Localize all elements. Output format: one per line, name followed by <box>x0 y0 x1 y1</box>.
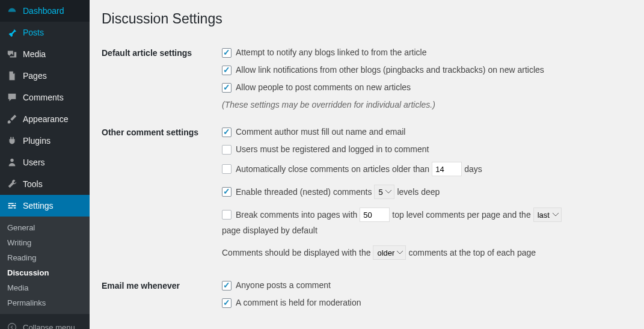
checkbox-require-name-email[interactable] <box>222 128 232 137</box>
opt-require-name-email[interactable]: Comment author must fill out name and em… <box>222 126 405 138</box>
section-heading-email: Email me whenever <box>102 272 222 321</box>
submenu-discussion[interactable]: Discussion <box>0 265 90 280</box>
brush-icon <box>6 113 18 125</box>
section-heading-default: Default article settings <box>102 39 222 118</box>
input-close-days[interactable] <box>432 162 462 176</box>
sidebar-item-appearance[interactable]: Appearance <box>0 108 90 130</box>
sidebar-item-label: Pages <box>23 71 47 81</box>
settings-submenu: General Writing Reading Discussion Media… <box>0 217 90 314</box>
sidebar-item-settings[interactable]: Settings <box>0 195 90 217</box>
checkbox-paginate[interactable] <box>222 210 232 220</box>
collapse-menu-button[interactable]: Collapse menu <box>0 316 90 329</box>
admin-sidebar: Dashboard Posts Media Pages Comments App… <box>0 0 90 329</box>
sidebar-item-dashboard[interactable]: Dashboard <box>0 0 90 22</box>
plug-icon <box>6 135 18 147</box>
svg-point-0 <box>10 159 13 162</box>
pin-icon <box>6 26 18 38</box>
sidebar-item-label: Tools <box>23 179 43 189</box>
sidebar-item-label: Dashboard <box>23 6 64 16</box>
sidebar-item-posts[interactable]: Posts <box>0 22 90 43</box>
select-comment-order[interactable]: older <box>373 245 406 260</box>
select-thread-depth[interactable]: 5 <box>374 185 394 199</box>
checkbox-require-registration[interactable] <box>222 145 232 155</box>
sidebar-item-label: Posts <box>23 28 44 37</box>
opt-auto-close[interactable]: Automatically close comments on articles… <box>222 163 429 176</box>
collapse-label: Collapse menu <box>23 323 75 330</box>
select-default-page[interactable]: last <box>533 208 562 222</box>
submenu-media[interactable]: Media <box>0 280 90 295</box>
checkbox-email-on-moderation[interactable] <box>222 298 232 308</box>
opt-notify-blogs[interactable]: Attempt to notify any blogs linked to fr… <box>222 46 427 59</box>
sidebar-item-plugins[interactable]: Plugins <box>0 130 90 152</box>
user-icon <box>6 156 18 168</box>
sidebar-item-users[interactable]: Users <box>0 152 90 173</box>
sidebar-item-label: Media <box>23 49 46 59</box>
sidebar-item-label: Users <box>23 158 45 167</box>
opt-allow-comments[interactable]: Allow people to post comments on new art… <box>222 81 411 94</box>
checkbox-allow-comments[interactable] <box>222 83 232 93</box>
sidebar-item-media[interactable]: Media <box>0 43 90 65</box>
override-note: (These settings may be overridden for in… <box>222 99 626 111</box>
section-heading-before: Before a comment appears <box>102 321 222 329</box>
settings-content: Discussion Settings Default article sett… <box>90 0 644 329</box>
pages-icon <box>6 70 18 82</box>
submenu-general[interactable]: General <box>0 220 90 235</box>
submenu-reading[interactable]: Reading <box>0 250 90 265</box>
opt-email-on-moderation[interactable]: A comment is held for moderation <box>222 297 361 309</box>
sidebar-item-label: Settings <box>23 201 54 211</box>
checkbox-threaded[interactable] <box>222 187 232 197</box>
collapse-icon <box>6 321 18 329</box>
opt-paginate[interactable]: Break comments into pages with <box>222 209 357 221</box>
sidebar-item-tools[interactable]: Tools <box>0 173 90 195</box>
settings-form-table: Default article settings Attempt to noti… <box>102 39 632 329</box>
sidebar-item-label: Plugins <box>23 136 51 146</box>
opt-threaded[interactable]: Enable threaded (nested) comments <box>222 186 372 198</box>
sidebar-item-label: Appearance <box>23 114 69 124</box>
checkbox-auto-close[interactable] <box>222 164 232 174</box>
sidebar-item-comments[interactable]: Comments <box>0 87 90 108</box>
sidebar-item-label: Comments <box>23 93 64 102</box>
sliders-icon <box>6 200 18 212</box>
sidebar-item-pages[interactable]: Pages <box>0 65 90 87</box>
opt-require-registration[interactable]: Users must be registered and logged in t… <box>222 143 429 156</box>
opt-allow-pingbacks[interactable]: Allow link notifications from other blog… <box>222 64 544 76</box>
page-title: Discussion Settings <box>102 11 632 27</box>
section-heading-other: Other comment settings <box>102 118 222 272</box>
submenu-permalinks[interactable]: Permalinks <box>0 295 90 310</box>
submenu-writing[interactable]: Writing <box>0 235 90 250</box>
comment-icon <box>6 91 18 103</box>
checkbox-allow-pingbacks[interactable] <box>222 66 232 75</box>
wrench-icon <box>6 178 18 190</box>
dashboard-icon <box>6 5 18 17</box>
media-icon <box>6 48 18 60</box>
checkbox-email-on-post[interactable] <box>222 281 232 291</box>
checkbox-notify-blogs[interactable] <box>222 48 232 58</box>
opt-email-on-post[interactable]: Anyone posts a comment <box>222 279 331 292</box>
input-per-page[interactable] <box>360 208 390 222</box>
